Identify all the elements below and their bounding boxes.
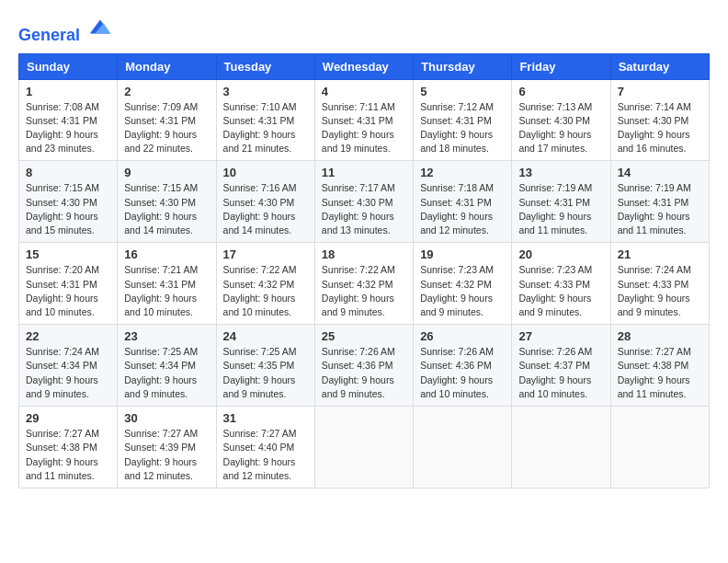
- cell-content: Sunrise: 7:19 AMSunset: 4:31 PMDaylight:…: [618, 181, 702, 237]
- header-saturday: Saturday: [610, 53, 709, 79]
- day-number: 25: [322, 329, 406, 343]
- day-number: 5: [420, 85, 505, 98]
- day-number: 10: [223, 166, 308, 179]
- calendar-cell: 30Sunrise: 7:27 AMSunset: 4:39 PMDayligh…: [118, 407, 216, 488]
- calendar-week-row: 1Sunrise: 7:08 AMSunset: 4:31 PMDaylight…: [19, 79, 710, 161]
- day-number: 7: [618, 85, 702, 98]
- cell-content: Sunrise: 7:27 AMSunset: 4:38 PMDaylight:…: [26, 427, 110, 483]
- day-number: 23: [124, 329, 209, 343]
- calendar-cell: 1Sunrise: 7:08 AMSunset: 4:31 PMDaylight…: [19, 79, 118, 161]
- day-number: 30: [124, 411, 209, 425]
- cell-content: Sunrise: 7:27 AMSunset: 4:40 PMDaylight:…: [223, 427, 308, 483]
- calendar-cell: 2Sunrise: 7:09 AMSunset: 4:31 PMDaylight…: [118, 79, 216, 161]
- calendar-cell: [610, 407, 709, 488]
- cell-content: Sunrise: 7:26 AMSunset: 4:36 PMDaylight:…: [420, 345, 505, 401]
- day-number: 4: [322, 85, 406, 98]
- header-thursday: Thursday: [414, 53, 512, 79]
- logo-icon: [86, 15, 112, 40]
- cell-content: Sunrise: 7:12 AMSunset: 4:31 PMDaylight:…: [420, 100, 505, 156]
- cell-content: Sunrise: 7:13 AMSunset: 4:30 PMDaylight:…: [518, 100, 603, 156]
- cell-content: Sunrise: 7:17 AMSunset: 4:30 PMDaylight:…: [322, 181, 406, 237]
- calendar-week-row: 22Sunrise: 7:24 AMSunset: 4:34 PMDayligh…: [19, 325, 710, 407]
- calendar-week-row: 29Sunrise: 7:27 AMSunset: 4:38 PMDayligh…: [19, 407, 710, 488]
- cell-content: Sunrise: 7:26 AMSunset: 4:37 PMDaylight:…: [518, 345, 603, 401]
- cell-content: Sunrise: 7:09 AMSunset: 4:31 PMDaylight:…: [124, 100, 209, 156]
- calendar-table: SundayMondayTuesdayWednesdayThursdayFrid…: [18, 53, 710, 488]
- calendar-cell: 19Sunrise: 7:23 AMSunset: 4:32 PMDayligh…: [414, 243, 512, 325]
- cell-content: Sunrise: 7:23 AMSunset: 4:33 PMDaylight:…: [518, 263, 603, 319]
- calendar-cell: 25Sunrise: 7:26 AMSunset: 4:36 PMDayligh…: [314, 325, 413, 407]
- day-number: 2: [124, 85, 209, 98]
- day-number: 18: [322, 247, 406, 261]
- day-number: 11: [322, 166, 406, 179]
- cell-content: Sunrise: 7:22 AMSunset: 4:32 PMDaylight:…: [223, 263, 308, 319]
- calendar-cell: 5Sunrise: 7:12 AMSunset: 4:31 PMDaylight…: [414, 79, 512, 161]
- cell-content: Sunrise: 7:27 AMSunset: 4:38 PMDaylight:…: [618, 345, 702, 401]
- calendar-week-row: 8Sunrise: 7:15 AMSunset: 4:30 PMDaylight…: [19, 161, 710, 243]
- cell-content: Sunrise: 7:24 AMSunset: 4:34 PMDaylight:…: [26, 345, 110, 401]
- calendar-cell: 16Sunrise: 7:21 AMSunset: 4:31 PMDayligh…: [118, 243, 216, 325]
- cell-content: Sunrise: 7:27 AMSunset: 4:39 PMDaylight:…: [124, 427, 209, 483]
- day-number: 3: [223, 85, 308, 98]
- calendar-cell: 3Sunrise: 7:10 AMSunset: 4:31 PMDaylight…: [216, 79, 314, 161]
- calendar-cell: [414, 407, 512, 488]
- cell-content: Sunrise: 7:21 AMSunset: 4:31 PMDaylight:…: [124, 263, 209, 319]
- calendar-cell: 6Sunrise: 7:13 AMSunset: 4:30 PMDaylight…: [512, 79, 610, 161]
- cell-content: Sunrise: 7:19 AMSunset: 4:31 PMDaylight:…: [518, 181, 603, 237]
- calendar-cell: 7Sunrise: 7:14 AMSunset: 4:30 PMDaylight…: [610, 79, 709, 161]
- day-number: 28: [618, 329, 702, 343]
- day-number: 21: [618, 247, 702, 261]
- calendar-cell: 24Sunrise: 7:25 AMSunset: 4:35 PMDayligh…: [216, 325, 314, 407]
- day-number: 8: [26, 166, 110, 179]
- cell-content: Sunrise: 7:14 AMSunset: 4:30 PMDaylight:…: [618, 100, 702, 156]
- day-number: 16: [124, 247, 209, 261]
- day-number: 17: [223, 247, 308, 261]
- calendar-cell: 18Sunrise: 7:22 AMSunset: 4:32 PMDayligh…: [314, 243, 413, 325]
- cell-content: Sunrise: 7:23 AMSunset: 4:32 PMDaylight:…: [420, 263, 505, 319]
- calendar-cell: 20Sunrise: 7:23 AMSunset: 4:33 PMDayligh…: [512, 243, 610, 325]
- calendar-cell: 21Sunrise: 7:24 AMSunset: 4:33 PMDayligh…: [610, 243, 709, 325]
- calendar-cell: 9Sunrise: 7:15 AMSunset: 4:30 PMDaylight…: [118, 161, 216, 243]
- cell-content: Sunrise: 7:15 AMSunset: 4:30 PMDaylight:…: [124, 181, 209, 237]
- calendar-cell: 14Sunrise: 7:19 AMSunset: 4:31 PMDayligh…: [610, 161, 709, 243]
- cell-content: Sunrise: 7:20 AMSunset: 4:31 PMDaylight:…: [26, 263, 110, 319]
- day-number: 6: [518, 85, 603, 98]
- page-header: General: [18, 15, 710, 46]
- day-number: 14: [618, 166, 702, 179]
- cell-content: Sunrise: 7:16 AMSunset: 4:30 PMDaylight:…: [223, 181, 308, 237]
- cell-content: Sunrise: 7:25 AMSunset: 4:34 PMDaylight:…: [124, 345, 209, 401]
- logo-text: General: [18, 15, 112, 46]
- calendar-cell: 29Sunrise: 7:27 AMSunset: 4:38 PMDayligh…: [19, 407, 118, 488]
- calendar-cell: 22Sunrise: 7:24 AMSunset: 4:34 PMDayligh…: [19, 325, 118, 407]
- calendar-cell: 8Sunrise: 7:15 AMSunset: 4:30 PMDaylight…: [19, 161, 118, 243]
- header-tuesday: Tuesday: [216, 53, 314, 79]
- day-number: 27: [518, 329, 603, 343]
- day-number: 13: [518, 166, 603, 179]
- calendar-header-row: SundayMondayTuesdayWednesdayThursdayFrid…: [19, 53, 710, 79]
- calendar-cell: 23Sunrise: 7:25 AMSunset: 4:34 PMDayligh…: [118, 325, 216, 407]
- header-wednesday: Wednesday: [314, 53, 413, 79]
- cell-content: Sunrise: 7:26 AMSunset: 4:36 PMDaylight:…: [322, 345, 406, 401]
- cell-content: Sunrise: 7:25 AMSunset: 4:35 PMDaylight:…: [223, 345, 308, 401]
- calendar-week-row: 15Sunrise: 7:20 AMSunset: 4:31 PMDayligh…: [19, 243, 710, 325]
- day-number: 12: [420, 166, 505, 179]
- calendar-cell: 28Sunrise: 7:27 AMSunset: 4:38 PMDayligh…: [610, 325, 709, 407]
- cell-content: Sunrise: 7:18 AMSunset: 4:31 PMDaylight:…: [420, 181, 505, 237]
- day-number: 19: [420, 247, 505, 261]
- cell-content: Sunrise: 7:11 AMSunset: 4:31 PMDaylight:…: [322, 100, 406, 156]
- cell-content: Sunrise: 7:08 AMSunset: 4:31 PMDaylight:…: [26, 100, 110, 156]
- calendar-cell: 12Sunrise: 7:18 AMSunset: 4:31 PMDayligh…: [414, 161, 512, 243]
- day-number: 15: [26, 247, 110, 261]
- day-number: 9: [124, 166, 209, 179]
- day-number: 22: [26, 329, 110, 343]
- calendar-cell: 17Sunrise: 7:22 AMSunset: 4:32 PMDayligh…: [216, 243, 314, 325]
- calendar-cell: [314, 407, 413, 488]
- cell-content: Sunrise: 7:22 AMSunset: 4:32 PMDaylight:…: [322, 263, 406, 319]
- calendar-cell: 4Sunrise: 7:11 AMSunset: 4:31 PMDaylight…: [314, 79, 413, 161]
- day-number: 20: [518, 247, 603, 261]
- cell-content: Sunrise: 7:15 AMSunset: 4:30 PMDaylight:…: [26, 181, 110, 237]
- calendar-cell: 26Sunrise: 7:26 AMSunset: 4:36 PMDayligh…: [414, 325, 512, 407]
- cell-content: Sunrise: 7:10 AMSunset: 4:31 PMDaylight:…: [223, 100, 308, 156]
- logo: General: [18, 15, 112, 46]
- calendar-cell: 11Sunrise: 7:17 AMSunset: 4:30 PMDayligh…: [314, 161, 413, 243]
